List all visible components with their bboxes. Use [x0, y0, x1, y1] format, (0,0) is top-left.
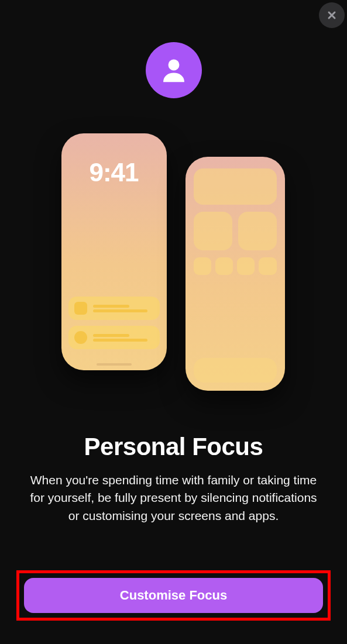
- customise-focus-button[interactable]: Customise Focus: [24, 578, 323, 613]
- cta-highlight-box: Customise Focus: [16, 570, 331, 621]
- illustration-app-icon: [215, 257, 233, 275]
- svg-point-2: [168, 60, 179, 71]
- illustration-notification: [68, 326, 160, 349]
- person-icon: [158, 54, 190, 86]
- page-description: When you're spending time with family or…: [23, 471, 324, 525]
- illustration-app-icon: [259, 257, 276, 275]
- illustration-widget: [194, 212, 232, 250]
- main-content: 9:41: [0, 0, 347, 525]
- illustration-text-lines: [93, 303, 154, 314]
- illustration-app-icon: [74, 302, 87, 315]
- illustration-clock: 9:41: [61, 158, 167, 187]
- illustration-widget: [194, 168, 277, 205]
- illustration-dock: [194, 358, 277, 383]
- close-icon: [326, 9, 338, 21]
- illustration-home-screen: [185, 157, 285, 391]
- illustration-notification: [68, 297, 160, 320]
- illustration-notifications: [68, 297, 160, 355]
- illustration-lock-screen: 9:41: [61, 133, 167, 370]
- illustration-phones: 9:41: [57, 133, 291, 408]
- illustration-app-icon: [237, 257, 255, 275]
- close-button[interactable]: [319, 2, 345, 28]
- illustration-app-icon: [194, 257, 211, 275]
- illustration-contact-icon: [74, 331, 87, 344]
- page-title: Personal Focus: [84, 433, 263, 461]
- illustration-text-lines: [93, 332, 154, 343]
- focus-avatar: [146, 42, 202, 98]
- illustration-widget: [238, 212, 277, 250]
- illustration-home-indicator: [97, 363, 132, 366]
